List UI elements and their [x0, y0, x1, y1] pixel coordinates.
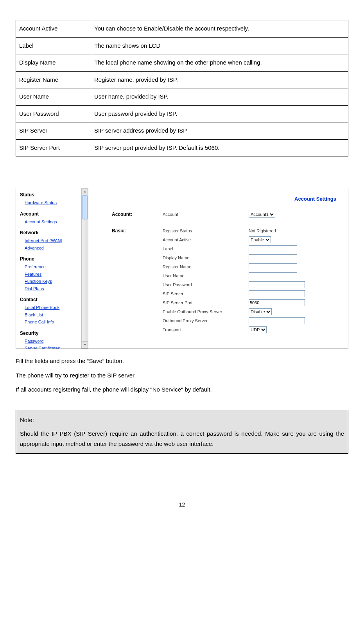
- page-number: 12: [16, 501, 348, 509]
- term-cell: Account Active: [16, 20, 91, 38]
- sidebar-item-local-phone-book[interactable]: Local Phone Book: [25, 304, 86, 311]
- desc-cell: User password provided by ISP.: [91, 105, 348, 122]
- table-row: User PasswordUser password provided by I…: [16, 105, 348, 122]
- sidebar-group-account: Account: [20, 210, 86, 217]
- sidebar-item-preference[interactable]: Preference: [25, 263, 86, 271]
- panel-title: Account Settings: [294, 195, 336, 203]
- account-select[interactable]: Account1: [249, 211, 275, 218]
- scroll-up-icon[interactable]: ▴: [82, 188, 88, 195]
- outbound-proxy-server-input[interactable]: [249, 317, 305, 324]
- field-label-sip-server-port: SIP Server Port: [163, 300, 249, 306]
- sidebar-item-dial-plans[interactable]: Dial Plans: [25, 285, 86, 293]
- account-settings-screenshot: Status Hardware Status Account Account S…: [16, 188, 348, 349]
- sidebar-scrollbar[interactable]: ▴ ▾: [81, 188, 88, 349]
- note-box: Note: Should the IP PBX (SIP Server) req…: [16, 410, 348, 454]
- user-password-input[interactable]: [249, 281, 305, 288]
- sidebar-item-internet-port[interactable]: Internet Port (WAN): [25, 237, 86, 244]
- field-label-sip-server: SIP Server: [163, 291, 249, 297]
- scroll-down-icon[interactable]: ▾: [82, 341, 88, 349]
- sip-server-input[interactable]: [249, 290, 305, 297]
- desc-cell: The local phone name showing on the othe…: [91, 54, 348, 72]
- term-cell: Display Name: [16, 54, 91, 72]
- table-row: Account ActiveYou can choose to Enable/D…: [16, 20, 348, 38]
- instruction-paragraph-2: The phone will try to register to the SI…: [16, 371, 348, 380]
- sidebar-item-features[interactable]: Features: [25, 271, 86, 278]
- table-row: SIP ServerSIP server address provided by…: [16, 122, 348, 140]
- field-label-register-name: Register Name: [163, 264, 249, 270]
- field-label-user-name: User Name: [163, 273, 249, 279]
- sidebar: Status Hardware Status Account Account S…: [16, 188, 88, 349]
- note-title: Note:: [20, 415, 344, 425]
- table-row: LabelThe name shows on LCD: [16, 37, 348, 54]
- sidebar-item-function-keys[interactable]: Function Keys: [25, 278, 86, 285]
- table-row: SIP Server PortSIP server port provided …: [16, 139, 348, 156]
- desc-cell: You can choose to Enable/Disable the acc…: [91, 20, 348, 38]
- table-row: User NameUser name, provided by ISP.: [16, 88, 348, 106]
- term-cell: Label: [16, 37, 91, 54]
- table-row: Display NameThe local phone name showing…: [16, 54, 348, 72]
- register-name-input[interactable]: [249, 263, 297, 270]
- desc-cell: Register name, provided by ISP.: [91, 71, 348, 88]
- table-row: Register NameRegister name, provided by …: [16, 71, 348, 88]
- definitions-table: Account ActiveYou can choose to Enable/D…: [16, 20, 348, 156]
- display-name-input[interactable]: [249, 254, 297, 261]
- instruction-paragraph-3: If all accounts registering fail, the ph…: [16, 385, 348, 394]
- desc-cell: User name, provided by ISP.: [91, 88, 348, 106]
- field-label-account-active: Account Active: [163, 237, 249, 243]
- field-label-display-name: Display Name: [163, 255, 249, 261]
- term-cell: SIP Server Port: [16, 139, 91, 156]
- note-body: Should the IP PBX (SIP Server) require a…: [20, 429, 344, 449]
- term-cell: User Password: [16, 105, 91, 122]
- sidebar-item-password[interactable]: Password: [25, 338, 86, 345]
- desc-cell: SIP server address provided by ISP: [91, 122, 348, 140]
- instruction-paragraph-1: Fill the fields and press the “Save” but…: [16, 357, 348, 366]
- sidebar-item-hardware-status[interactable]: Hardware Status: [25, 199, 86, 207]
- sidebar-item-phone-call-info[interactable]: Phone Call Info: [25, 318, 86, 326]
- field-label-outbound-proxy-server: Outbound Proxy Server: [163, 318, 249, 324]
- user-name-input[interactable]: [249, 272, 297, 279]
- sidebar-item-server-certificates[interactable]: Server Certificates: [25, 345, 86, 349]
- section-account-label: Account:: [112, 211, 147, 218]
- scroll-thumb[interactable]: [82, 195, 88, 219]
- account-active-select[interactable]: Enable: [249, 236, 271, 243]
- sidebar-item-black-list[interactable]: Black List: [25, 311, 86, 319]
- main-panel: Account Settings Account: Account Accoun…: [88, 188, 348, 349]
- sidebar-group-security: Security: [20, 330, 86, 337]
- section-basic-label: Basic:: [112, 227, 147, 234]
- field-label-register-status: Register Status: [163, 228, 249, 234]
- field-label-label: Label: [163, 246, 249, 252]
- sidebar-group-phone: Phone: [20, 255, 86, 262]
- register-status-value: Not Rigistered: [249, 228, 303, 234]
- term-cell: SIP Server: [16, 122, 91, 140]
- outbound-proxy-enable-select[interactable]: Disable: [249, 308, 272, 315]
- sidebar-item-advanced[interactable]: Advanced: [25, 244, 86, 252]
- term-cell: User Name: [16, 88, 91, 106]
- sip-server-port-input[interactable]: [249, 299, 305, 306]
- term-cell: Register Name: [16, 71, 91, 88]
- field-label-outbound-proxy-enable: Enable Outbound Proxy Server: [163, 309, 249, 315]
- sidebar-group-network: Network: [20, 229, 86, 236]
- desc-cell: SIP server port provided by ISP. Default…: [91, 139, 348, 156]
- transport-select[interactable]: UDP: [249, 326, 267, 333]
- field-label-user-password: User Password: [163, 282, 249, 288]
- label-input[interactable]: [249, 245, 297, 252]
- sidebar-group-contact: Contact: [20, 296, 86, 303]
- field-label-transport: Transport: [163, 327, 249, 333]
- sidebar-group-status: Status: [20, 191, 86, 198]
- desc-cell: The name shows on LCD: [91, 37, 348, 54]
- field-label-account: Account: [163, 211, 249, 218]
- sidebar-item-account-settings[interactable]: Account Settings: [25, 218, 86, 226]
